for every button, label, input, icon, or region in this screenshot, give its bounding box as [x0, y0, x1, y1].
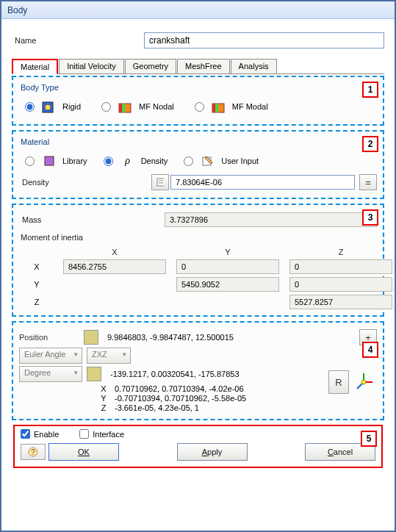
rigid-icon	[40, 98, 58, 115]
mfmodal-icon	[210, 98, 228, 115]
density-equals-button[interactable]: =	[359, 174, 377, 190]
help-icon: ?	[27, 446, 39, 458]
moi-row-y: Y	[21, 280, 53, 289]
axes-triad-icon	[352, 370, 375, 394]
moi-col-x: X	[63, 248, 166, 256]
density-field-label: Density	[19, 178, 151, 187]
orient-z-label: Z	[98, 403, 109, 412]
moi-xx	[63, 259, 166, 274]
ok-button[interactable]: OK	[48, 443, 119, 461]
svg-rect-8	[45, 157, 54, 165]
moi-yz	[289, 277, 392, 292]
cancel-rest: ancel	[334, 447, 353, 456]
interface-label: Interface	[93, 430, 124, 439]
svg-point-16	[361, 380, 366, 384]
moi-zz	[289, 295, 392, 309]
material-userinput-radio[interactable]	[184, 157, 193, 166]
density-calc-button[interactable]	[151, 174, 169, 190]
bodytype-mfmodal-label: MF Modal	[232, 102, 268, 111]
position-value	[103, 330, 355, 345]
bodytype-rigid-radio[interactable]	[25, 102, 35, 112]
callout-4: 4	[362, 342, 378, 358]
help-button[interactable]: ?	[21, 444, 46, 460]
svg-point-1	[45, 104, 51, 110]
tab-bar: Material Initial Velocity Geometry MeshF…	[12, 59, 384, 74]
dialog-footer: 5 Enable Interface ? OK Apply Cancel	[13, 425, 383, 468]
svg-rect-4	[119, 104, 122, 112]
euler-pick-button[interactable]	[87, 367, 101, 381]
position-section: 4 Position + Euler Angle ZXZ Degree X0.7…	[12, 321, 384, 420]
tab-initial-velocity[interactable]: Initial Velocity	[59, 59, 124, 73]
bodytype-header: Body Type	[21, 83, 377, 92]
density-input[interactable]	[170, 175, 355, 190]
moi-yy	[176, 277, 279, 292]
mass-section: 3 Mass Moment of inertia X Y Z X Y Z	[12, 204, 384, 317]
material-library-label: Library	[62, 157, 87, 165]
callout-2: 2	[362, 136, 378, 152]
bodytype-mfnodal-label: MF Nodal	[139, 102, 174, 111]
position-pick-button[interactable]	[84, 330, 98, 345]
enable-label: Enable	[34, 430, 59, 439]
euler-order-dropdown[interactable]: ZXZ	[87, 348, 131, 364]
svg-rect-10	[157, 179, 164, 186]
material-library-radio[interactable]	[25, 157, 35, 166]
enable-checkbox[interactable]	[21, 429, 30, 439]
orient-x-value: 0.70710962, 0.70710394, -4.02e-06	[115, 384, 244, 393]
dialog-content: Name Material Initial Velocity Geometry …	[1, 19, 395, 474]
moi-xz	[289, 259, 392, 274]
interface-checkbox-group[interactable]: Interface	[79, 429, 124, 439]
euler-angle-dropdown[interactable]: Euler Angle	[19, 348, 82, 364]
svg-rect-7	[212, 104, 215, 112]
bodytype-rigid-label: Rigid	[62, 102, 81, 111]
callout-3: 3	[362, 209, 378, 226]
orient-z-value: -3.661e-05, 4.23e-05, 1	[115, 403, 199, 412]
moi-col-z: Z	[289, 248, 392, 256]
interface-checkbox[interactable]	[79, 429, 89, 439]
apply-button[interactable]: Apply	[177, 443, 248, 461]
tab-analysis[interactable]: Analysis	[231, 59, 277, 73]
material-userinput-label: User Input	[221, 157, 259, 165]
orient-x-label: X	[98, 384, 109, 393]
apply-rest: pply	[207, 447, 222, 456]
material-density-label: Density	[141, 157, 168, 165]
callout-1: 1	[362, 82, 378, 98]
tab-material[interactable]: Material	[12, 59, 58, 74]
reset-orient-button[interactable]: R	[328, 370, 349, 394]
density-icon: ρ	[119, 152, 137, 170]
enable-checkbox-group[interactable]: Enable	[21, 429, 59, 439]
tab-geometry[interactable]: Geometry	[125, 59, 176, 73]
orient-y-label: Y	[98, 394, 109, 403]
material-header: Material	[21, 137, 377, 146]
position-label: Position	[19, 333, 79, 342]
bodytype-mfmodal-radio[interactable]	[195, 102, 204, 112]
angle-unit-dropdown[interactable]: Degree	[19, 366, 82, 382]
moi-xy	[176, 259, 279, 274]
moi-row-z: Z	[21, 298, 53, 306]
name-input[interactable]	[144, 32, 384, 48]
library-icon	[40, 152, 58, 170]
moi-grid: X Y Z X Y Z	[21, 248, 377, 309]
material-section: 2 Material Library ρ Density User Input	[12, 130, 384, 199]
userinput-icon	[199, 152, 217, 170]
tab-meshfree[interactable]: MeshFree	[177, 59, 230, 73]
mass-label: Mass	[19, 215, 165, 224]
bodytype-mfnodal-radio[interactable]	[101, 102, 111, 112]
calculator-icon	[156, 178, 164, 187]
svg-text:?: ?	[31, 448, 35, 456]
bodytype-section: 1 Body Type Rigid MF Nodal	[12, 76, 384, 126]
mfnodal-icon	[117, 98, 134, 115]
moi-header: Moment of inertia	[21, 233, 377, 242]
moi-row-x: X	[21, 262, 53, 271]
orient-y-value: -0.70710394, 0.70710962, -5.58e-05	[115, 394, 246, 403]
moi-col-y: Y	[176, 248, 279, 256]
material-density-radio[interactable]	[104, 157, 113, 166]
window-titlebar: Body	[1, 1, 395, 19]
callout-5: 5	[361, 431, 377, 447]
mass-value	[165, 212, 377, 227]
name-label: Name	[12, 36, 144, 45]
